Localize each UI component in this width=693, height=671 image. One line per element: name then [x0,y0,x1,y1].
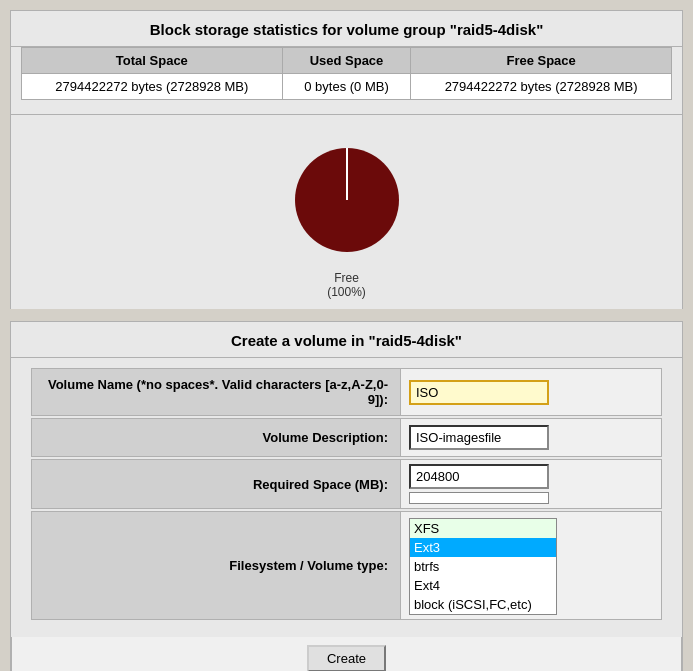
required-space-input[interactable] [409,464,549,489]
filesystem-option-xfs[interactable]: XFS [410,519,556,538]
col-header-used: Used Space [282,48,411,74]
filesystem-dropdown[interactable]: XFS Ext3 btrfs Ext4 block (iSCSI,FC,etc) [409,518,557,615]
table-row: 2794422272 bytes (2728928 MB) 0 bytes (0… [22,74,672,100]
stats-section-title: Block storage statistics for volume grou… [10,10,683,46]
used-space-value: 0 bytes (0 MB) [282,74,411,100]
volume-desc-input-cell [401,418,662,457]
pie-chart [282,135,412,265]
button-row: Create [11,637,682,671]
volume-name-input[interactable] [409,380,549,405]
filesystem-option-btrfs[interactable]: btrfs [410,557,556,576]
free-space-value: 2794422272 bytes (2728928 MB) [411,74,672,100]
filesystem-label: Filesystem / Volume type: [31,511,401,620]
filesystem-option-block[interactable]: block (iSCSI,FC,etc) [410,595,556,614]
chart-area: Free (100%) [10,115,683,309]
create-section: Create a volume in "raid5-4disk" Volume … [10,321,683,671]
filesystem-option-ext3[interactable]: Ext3 [410,538,556,557]
filesystem-option-ext4[interactable]: Ext4 [410,576,556,595]
col-header-total: Total Space [22,48,283,74]
create-section-title: Create a volume in "raid5-4disk" [11,322,682,358]
filesystem-input-cell: XFS Ext3 btrfs Ext4 block (iSCSI,FC,etc) [401,511,662,620]
form-container: Volume Name (*no spaces*. Valid characte… [11,358,682,637]
stats-table: Total Space Used Space Free Space 279442… [21,47,672,100]
volume-desc-row: Volume Description: [31,418,662,457]
separator [10,309,683,321]
volume-desc-label: Volume Description: [31,418,401,457]
col-header-free: Free Space [411,48,672,74]
volume-name-label: Volume Name (*no spaces*. Valid characte… [31,368,401,416]
chart-label: Free (100%) [327,271,366,299]
total-space-value: 2794422272 bytes (2728928 MB) [22,74,283,100]
volume-name-row: Volume Name (*no spaces*. Valid characte… [31,368,662,416]
volume-name-input-cell [401,368,662,416]
volume-desc-input[interactable] [409,425,549,450]
space-progress-bar [409,492,549,504]
required-space-row: Required Space (MB): [31,459,662,509]
required-space-label: Required Space (MB): [31,459,401,509]
filesystem-row: Filesystem / Volume type: XFS Ext3 btrfs… [31,511,662,620]
required-space-input-cell [401,459,662,509]
create-button[interactable]: Create [307,645,386,671]
